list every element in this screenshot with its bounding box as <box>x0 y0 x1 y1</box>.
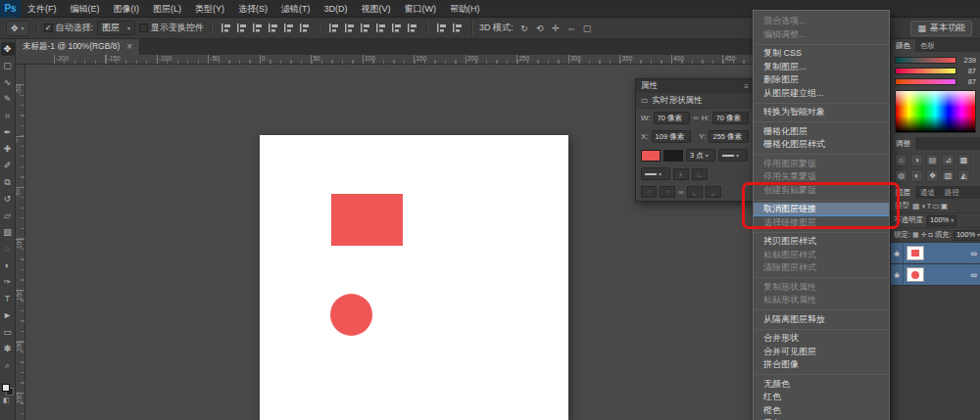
3d-pan-camera-icon[interactable]: ✛ <box>549 21 564 35</box>
quick-mask-icon[interactable]: ◧ <box>3 397 10 404</box>
curves-icon[interactable]: ▤ <box>926 154 939 166</box>
clone-stamp-tool-icon[interactable]: ⧉ <box>1 175 15 189</box>
corner-bottom-right-field[interactable]: ◞ <box>706 186 721 198</box>
color-slider[interactable]: 87 <box>895 66 976 76</box>
menubar-item-window[interactable]: 窗口(W) <box>398 0 444 17</box>
stroke-width-field[interactable]: 3 点 ▾ <box>686 149 715 162</box>
auto-select-checkbox[interactable]: ✓ 自动选择: <box>44 22 94 34</box>
menubar-item-layer[interactable]: 图层(L) <box>146 0 188 17</box>
layer-thumbnail[interactable] <box>906 246 924 260</box>
brightness-contrast-icon[interactable]: ☼ <box>895 154 907 166</box>
lasso-tool-icon[interactable]: ∿ <box>1 75 15 89</box>
color-slider[interactable]: 87 <box>895 76 976 87</box>
black-white-icon[interactable]: ❖ <box>926 169 939 182</box>
lock-position-icon[interactable]: ✛ <box>921 231 927 239</box>
menu-item-clear-layer-style[interactable]: 清除图层样式 <box>754 261 889 275</box>
menubar-item-file[interactable]: 文件(F) <box>21 0 64 17</box>
slider-track[interactable] <box>895 57 956 64</box>
tab-swatches[interactable]: 色板 <box>915 39 940 52</box>
distribute-right-edges-icon[interactable] <box>405 21 419 35</box>
menu-item-disable-layer-mask[interactable]: 停用图层蒙版 <box>754 158 889 171</box>
menu-item-red[interactable]: 红色 <box>754 391 889 404</box>
history-brush-tool-icon[interactable]: ↺ <box>1 192 15 206</box>
menu-item-copy-shape-attributes[interactable]: 复制形状属性 <box>754 281 889 295</box>
menu-item-rasterize-layer-style[interactable]: 栅格化图层样式 <box>754 138 889 152</box>
visibility-eye-icon[interactable]: ◉ <box>891 264 904 285</box>
visibility-eye-icon[interactable]: ◉ <box>891 243 904 263</box>
tab-adjustments[interactable]: 调整 <box>891 137 915 150</box>
stroke-corner-dropdown[interactable]: ∟ <box>692 168 708 180</box>
eraser-tool-icon[interactable]: ▱ <box>1 209 15 222</box>
filter-adjustment-layers-icon[interactable]: ◑ <box>921 202 926 210</box>
menu-item-copy-css[interactable]: 复制 CSS <box>754 47 889 61</box>
stroke-type-dropdown[interactable]: ▾ <box>718 149 748 162</box>
align-vertical-centers-icon[interactable] <box>281 21 296 35</box>
distribute-vertical-centers-icon[interactable] <box>342 21 357 35</box>
photo-filter-icon[interactable]: ▧ <box>942 169 955 182</box>
foreground-color-swatch[interactable] <box>2 384 10 392</box>
type-tool-icon[interactable]: T <box>1 292 15 305</box>
lock-all-icon[interactable]: ◘ <box>929 231 933 239</box>
menu-item-rasterize-layer[interactable]: 栅格化图层 <box>754 125 889 139</box>
path-selection-tool-icon[interactable]: ► <box>1 308 15 322</box>
tool-preset-picker[interactable]: ✥ ▾ <box>6 21 29 36</box>
stroke-color-swatch[interactable] <box>663 150 683 162</box>
dodge-tool-icon[interactable]: ◐ <box>1 258 15 272</box>
color-balance-icon[interactable]: ◐ <box>910 169 923 182</box>
foreground-background-swatches[interactable]: ◧ <box>1 384 16 403</box>
menu-item-unlink-layers[interactable]: 取消图层链接 <box>754 203 889 216</box>
menu-item-no-color[interactable]: 无颜色 <box>754 378 889 392</box>
brush-tool-icon[interactable]: ✐ <box>1 159 15 172</box>
corner-top-right-field[interactable]: ◝ <box>660 186 675 198</box>
zoom-tool-icon[interactable]: ⌕ <box>1 358 15 372</box>
y-field[interactable]: 255 像素 <box>709 130 749 143</box>
menubar-item-filter[interactable]: 滤镜(T) <box>274 0 318 17</box>
color-spectrum-ramp[interactable] <box>895 90 976 133</box>
tab-paths[interactable]: 路径 <box>940 186 964 199</box>
exposure-icon[interactable]: ⊿ <box>942 154 955 166</box>
3d-zoom-camera-icon[interactable]: ▢ <box>580 21 595 35</box>
layer-row-ellipse[interactable]: ◉ ∞ <box>891 264 980 286</box>
color-slider[interactable]: 239 <box>895 55 976 66</box>
marquee-tool-icon[interactable]: ▢ <box>1 59 15 72</box>
distribute-bottom-edges-icon[interactable] <box>358 21 372 35</box>
menu-item-delete-layer[interactable]: 删除图层 <box>754 73 889 87</box>
move-tool-icon[interactable]: ✥ <box>1 42 15 56</box>
slider-track[interactable] <box>895 68 956 74</box>
fill-color-swatch[interactable] <box>641 150 661 162</box>
menu-item-flatten-image[interactable]: 拼合图像 <box>754 358 889 372</box>
menu-item-orange[interactable]: 橙色 <box>754 404 889 418</box>
lock-transparent-pixels-icon[interactable]: ▦ <box>912 231 919 239</box>
auto-select-target-dropdown[interactable]: 图层 ▾ <box>97 21 135 35</box>
width-field[interactable]: 70 像素 <box>654 112 690 124</box>
quick-selection-tool-icon[interactable]: ✎ <box>1 92 15 106</box>
fill-dropdown[interactable]: 100% ▾ <box>954 230 980 241</box>
link-dimensions-icon[interactable]: ∞ <box>693 114 699 122</box>
menu-item-release-from-isolation[interactable]: 从隔离图层释放 <box>754 313 889 327</box>
layer-thumbnail[interactable] <box>906 267 924 282</box>
x-field[interactable]: 109 像素 <box>652 130 692 143</box>
filter-shape-layers-icon[interactable]: ▭ <box>932 202 940 210</box>
red-ellipse-shape[interactable] <box>330 294 372 336</box>
menu-item-disable-vector-mask[interactable]: 停用矢量蒙版 <box>754 170 889 184</box>
menu-item-edit-adjustment[interactable]: 编辑调整... <box>754 28 889 42</box>
menubar-item-help[interactable]: 帮助(H) <box>443 0 487 17</box>
menu-item-merge-shapes[interactable]: 合并形状 <box>754 332 889 346</box>
height-field[interactable]: 70 像素 <box>712 112 749 124</box>
document-canvas[interactable] <box>260 135 568 420</box>
menubar-item-view[interactable]: 视图(V) <box>355 0 398 17</box>
menu-item-create-clipping-mask[interactable]: 创建剪贴蒙版 <box>754 184 889 198</box>
stroke-cap-dropdown[interactable]: ⊦ <box>673 168 689 180</box>
auto-align-layers-icon[interactable] <box>450 21 465 35</box>
distribute-left-edges-icon[interactable] <box>373 21 388 35</box>
align-bottom-edges-icon[interactable] <box>297 21 312 35</box>
3d-slide-camera-icon[interactable]: ⇔ <box>564 21 579 35</box>
hue-saturation-icon[interactable]: ◍ <box>895 169 907 182</box>
link-corners-icon[interactable]: ∞ <box>678 188 684 197</box>
align-right-edges-icon[interactable] <box>250 21 265 35</box>
menu-item-copy-layer-style[interactable]: 拷贝图层样式 <box>754 235 889 249</box>
crop-tool-icon[interactable]: ⌗ <box>1 109 15 122</box>
distribute-horizontal-centers-icon[interactable] <box>389 21 404 35</box>
3d-roll-camera-icon[interactable]: ⟲ <box>533 21 548 35</box>
distribute-horizontal-spacing-icon[interactable] <box>434 21 449 35</box>
